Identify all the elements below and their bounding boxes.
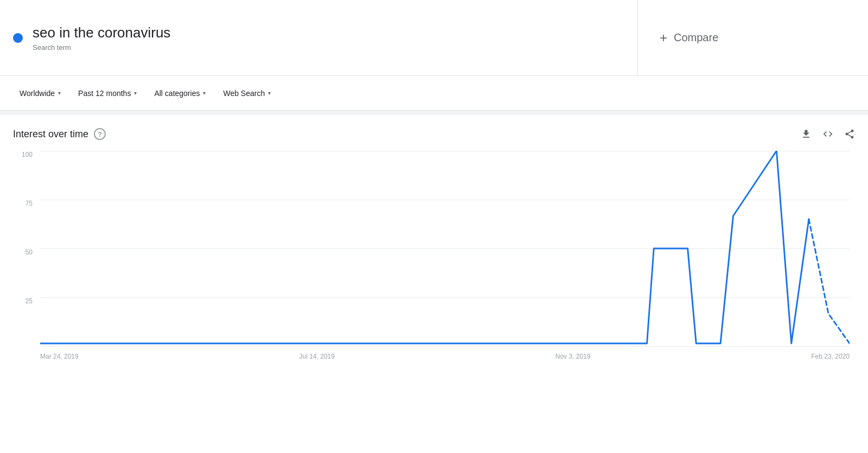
- y-label-50: 50: [25, 248, 33, 256]
- x-axis-labels: Mar 24, 2019 Jul 14, 2019 Nov 3, 2019 Fe…: [40, 348, 850, 368]
- chart-title: Interest over time: [13, 129, 88, 140]
- x-label-mar2019: Mar 24, 2019: [40, 353, 79, 360]
- search-type-filter[interactable]: Web Search ▾: [216, 85, 277, 102]
- search-term-type: Search term: [33, 43, 170, 52]
- time-range-filter[interactable]: Past 12 months ▾: [72, 85, 143, 102]
- chart-line-dashed: [809, 219, 850, 343]
- y-axis-labels: 100 75 50 25: [13, 151, 37, 346]
- time-range-dropdown-arrow: ▾: [134, 90, 137, 96]
- download-icon[interactable]: [801, 129, 812, 139]
- grid-line-0: [40, 346, 850, 347]
- chart-line-solid: [40, 151, 809, 343]
- category-filter[interactable]: All categories ▾: [148, 85, 212, 102]
- term-color-dot: [13, 33, 23, 43]
- term-text: seo in the coronavirus Search term: [33, 24, 170, 52]
- embed-icon[interactable]: [822, 129, 833, 139]
- time-range-label: Past 12 months: [78, 89, 131, 98]
- compare-plus-icon: +: [660, 30, 667, 46]
- search-type-label: Web Search: [223, 89, 265, 98]
- location-label: Worldwide: [20, 89, 55, 98]
- category-dropdown-arrow: ▾: [203, 90, 206, 96]
- x-label-nov2019: Nov 3, 2019: [556, 353, 591, 360]
- category-label: All categories: [154, 89, 200, 98]
- chart-header: Interest over time ?: [13, 128, 855, 140]
- search-type-dropdown-arrow: ▾: [268, 90, 271, 96]
- x-label-feb2020: Feb 23, 2020: [811, 353, 850, 360]
- location-dropdown-arrow: ▾: [58, 90, 61, 96]
- chart-title-group: Interest over time ?: [13, 128, 106, 140]
- chart-container: 100 75 50 25: [13, 151, 855, 368]
- location-filter[interactable]: Worldwide ▾: [13, 85, 67, 102]
- chart-svg: [40, 151, 850, 346]
- header-section: seo in the coronavirus Search term + Com…: [0, 0, 868, 76]
- filters-section: Worldwide ▾ Past 12 months ▾ All categor…: [0, 76, 868, 111]
- help-icon[interactable]: ?: [94, 128, 106, 140]
- y-label-100: 100: [22, 151, 33, 158]
- x-label-jul2019: Jul 14, 2019: [299, 353, 335, 360]
- search-term-block: seo in the coronavirus Search term: [13, 0, 638, 75]
- section-divider: [0, 111, 868, 115]
- chart-section: Interest over time ?: [0, 115, 868, 368]
- y-label-75: 75: [25, 200, 33, 207]
- chart-actions: [801, 129, 855, 139]
- chart-area: [40, 151, 850, 346]
- search-term-title: seo in the coronavirus: [33, 24, 170, 41]
- y-label-25: 25: [25, 297, 33, 305]
- share-icon[interactable]: [844, 129, 855, 139]
- help-label: ?: [98, 130, 102, 138]
- compare-button[interactable]: + Compare: [638, 30, 855, 46]
- compare-label: Compare: [674, 31, 718, 44]
